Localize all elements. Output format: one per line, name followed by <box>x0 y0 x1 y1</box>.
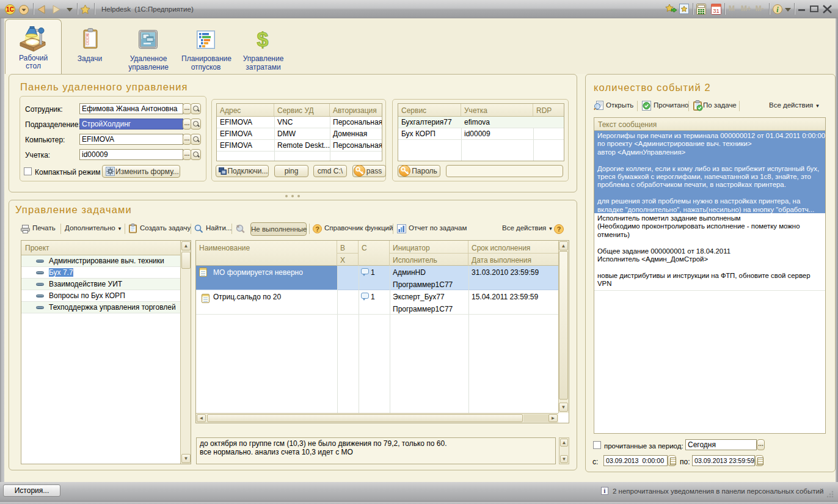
svg-text:i: i <box>604 488 606 494</box>
svg-text:$: $ <box>257 29 269 50</box>
svg-text:?: ? <box>557 225 561 233</box>
svg-text:?: ? <box>315 225 319 233</box>
svg-text:1C: 1C <box>6 6 14 13</box>
svg-text:31: 31 <box>713 7 720 14</box>
